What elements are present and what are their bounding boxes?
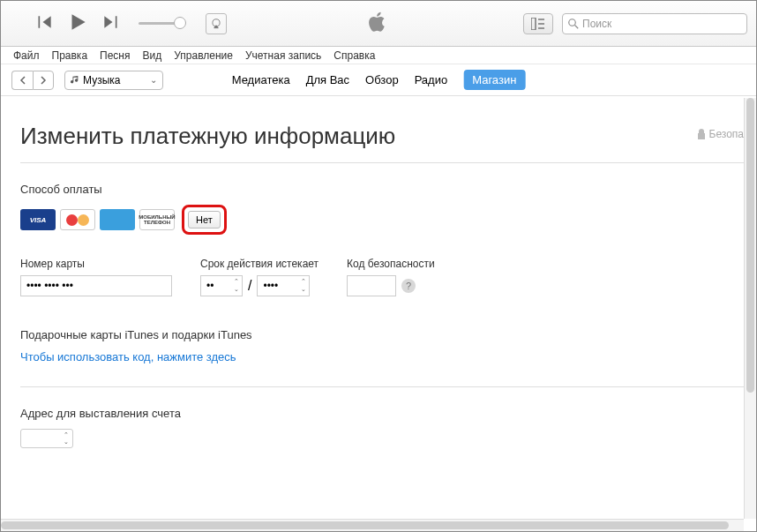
nav-back-button[interactable] — [11, 71, 33, 90]
menu-controls[interactable]: Управление — [174, 49, 233, 62]
help-icon[interactable]: ? — [401, 279, 416, 293]
navbar: Музыка Медиатека Для Вас Обзор Радио Маг… — [1, 64, 756, 96]
horizontal-scrollbar[interactable] — [1, 519, 744, 531]
menu-help[interactable]: Справка — [334, 49, 375, 62]
source-label: Музыка — [83, 74, 120, 86]
play-button[interactable] — [66, 11, 89, 37]
music-icon — [71, 76, 79, 85]
expiry-separator: / — [248, 278, 251, 294]
svg-rect-1 — [531, 18, 536, 30]
expiry-label: Срок действия истекает — [200, 258, 319, 270]
menu-song[interactable]: Песня — [100, 49, 130, 62]
volume-slider[interactable] — [139, 22, 184, 25]
lock-icon — [697, 129, 706, 139]
svg-line-6 — [575, 25, 579, 28]
security-code-label: Код безопасности — [347, 258, 435, 270]
security-code-input[interactable] — [347, 275, 396, 296]
page-title: Изменить платежную информацию — [20, 123, 744, 150]
tab-radio[interactable]: Радио — [415, 73, 448, 86]
gift-cards-label: Подарочные карты iTunes и подарки iTunes — [20, 328, 744, 341]
airplay-button[interactable] — [206, 13, 227, 34]
menu-view[interactable]: Вид — [143, 49, 162, 62]
svg-point-5 — [569, 19, 576, 26]
apple-logo — [369, 11, 388, 37]
expiry-year-input[interactable]: •••• — [257, 275, 310, 296]
source-selector[interactable]: Музыка — [64, 71, 163, 90]
tab-foryou[interactable]: Для Вас — [306, 73, 349, 86]
next-track-button[interactable] — [101, 13, 119, 34]
nav-forward-button[interactable] — [33, 71, 54, 90]
expiry-month-input[interactable]: •• — [200, 275, 243, 296]
card-number-label: Номер карты — [20, 258, 172, 270]
card-number-input[interactable]: •••• •••• ••• — [20, 275, 172, 296]
tab-store[interactable]: Магазин — [463, 70, 525, 90]
pay-option-none-highlight: Нет — [182, 205, 227, 235]
tab-library[interactable]: Медиатека — [232, 73, 290, 86]
pay-option-visa[interactable]: VISA — [20, 209, 56, 230]
payment-method-label: Способ оплаты — [20, 183, 744, 196]
billing-address-label: Адрес для выставления счета — [20, 407, 744, 420]
pay-option-mobile[interactable]: МОБИЛЬНЫЙ ТЕЛЕФОН — [139, 209, 175, 230]
menu-file[interactable]: Файл — [13, 49, 40, 62]
prev-track-button[interactable] — [36, 13, 54, 34]
redeem-code-link[interactable]: Чтобы использовать код, нажмите здесь — [20, 350, 744, 363]
menubar: Файл Правка Песня Вид Управление Учетная… — [1, 47, 756, 64]
pay-option-mastercard[interactable] — [60, 209, 95, 230]
vertical-scrollbar[interactable] — [744, 98, 756, 519]
search-input[interactable]: Поиск — [562, 13, 747, 34]
country-selector[interactable] — [20, 429, 73, 448]
menu-account[interactable]: Учетная запись — [245, 49, 321, 62]
list-view-button[interactable] — [523, 13, 553, 34]
content-area: Изменить платежную информацию Безопа Спо… — [1, 98, 744, 519]
pay-option-none[interactable]: Нет — [188, 211, 221, 229]
pay-option-amex[interactable] — [100, 209, 135, 230]
secure-badge: Безопа — [697, 128, 745, 140]
search-icon — [568, 19, 579, 29]
menu-edit[interactable]: Правка — [52, 49, 88, 62]
tab-browse[interactable]: Обзор — [365, 73, 399, 86]
search-placeholder: Поиск — [582, 18, 611, 30]
titlebar: Поиск — [1, 1, 756, 47]
